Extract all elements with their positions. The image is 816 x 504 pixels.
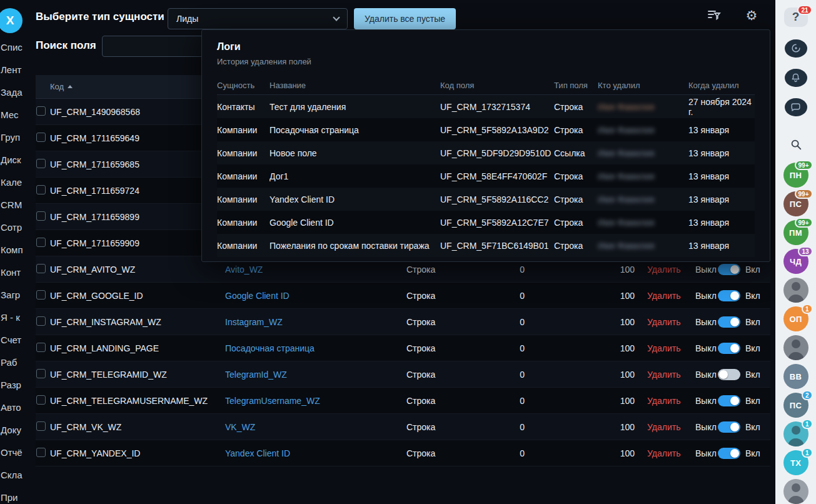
row-checkbox[interactable] (36, 264, 46, 273)
contact-item[interactable]: ВВ (783, 364, 808, 389)
contact-item[interactable]: ПС 2 (783, 393, 808, 418)
contact-item[interactable]: ПС 99+ (783, 191, 808, 216)
contact-search-button[interactable] (788, 138, 804, 151)
field-row: UF_CRM_TELEGRAMUSERNAME_WZ TelegramUsern… (36, 388, 770, 414)
contact-item[interactable]: ПН 99+ (783, 163, 808, 188)
row-checkbox[interactable] (36, 316, 46, 326)
sidebar-item[interactable]: Лент (0, 59, 29, 81)
field-code: UF_CRM_TELEGRAMID_WZ (50, 370, 225, 380)
field-row: UF_CRM_YANDEX_ID Yandex Client ID Строка… (36, 440, 770, 466)
field-enabled-toggle[interactable] (718, 421, 740, 433)
sidebar-item[interactable]: Отчё (0, 441, 29, 464)
field-enabled-toggle[interactable] (718, 264, 740, 275)
field-name-link[interactable]: TelegramId_WZ (225, 370, 287, 380)
contact-item[interactable]: ТХ 1 (783, 450, 808, 475)
toggle-on-label: Вкл (744, 265, 770, 275)
sidebar-item[interactable]: Зада (0, 81, 29, 104)
delete-field-link[interactable]: Удалить (636, 265, 680, 275)
row-checkbox[interactable] (36, 106, 46, 116)
sidebar-item[interactable]: Раб (0, 351, 29, 374)
delete-field-link[interactable]: Удалить (636, 448, 680, 458)
row-checkbox[interactable] (36, 369, 46, 378)
sidebar-item[interactable]: Спис (0, 36, 29, 59)
contact-item[interactable] (783, 479, 808, 504)
row-checkbox[interactable] (36, 395, 46, 405)
sidebar-item[interactable]: Разр (0, 374, 29, 396)
row-checkbox[interactable] (36, 133, 46, 142)
row-checkbox[interactable] (36, 290, 46, 300)
field-enabled-toggle[interactable] (718, 448, 740, 459)
sidebar-item[interactable]: Скла (0, 464, 29, 486)
log-row: Компании Дог1 UF_CRM_58E4FF470602F Строк… (217, 164, 755, 188)
delete-field-link[interactable]: Удалить (636, 291, 680, 301)
chat-button[interactable] (785, 98, 807, 116)
unread-badge: 1 (802, 419, 813, 429)
log-deleted-by: Имя Фамилия (598, 148, 688, 158)
sidebar-item[interactable]: Я - к (0, 306, 29, 329)
field-enabled-toggle[interactable] (718, 369, 740, 380)
app-logo[interactable]: X (0, 8, 23, 33)
field-name-link[interactable]: VK_WZ (225, 422, 255, 432)
sidebar-item[interactable]: Диск (0, 149, 29, 171)
unread-badge: 13 (798, 246, 812, 256)
sidebar-item[interactable]: Загр (0, 284, 29, 306)
row-checkbox[interactable] (36, 343, 46, 352)
field-name-link[interactable]: Yandex Client ID (225, 448, 290, 458)
sidebar-item[interactable]: Мес (0, 104, 29, 126)
sidebar-item[interactable]: При (0, 486, 29, 504)
toggle-on-label: Вкл (744, 396, 770, 406)
row-checkbox[interactable] (36, 448, 46, 457)
entity-type-select[interactable]: Лиды (168, 8, 348, 29)
sidebar-item[interactable]: Груп (0, 126, 29, 149)
contact-item[interactable]: 1 (783, 421, 808, 446)
row-checkbox[interactable] (36, 238, 46, 247)
field-name-link[interactable]: TelegramUsername_WZ (225, 396, 320, 406)
delete-field-link[interactable]: Удалить (636, 396, 680, 406)
copilot-button[interactable] (785, 39, 807, 58)
field-name-link[interactable]: Instagram_WZ (225, 317, 283, 327)
sidebar-item[interactable]: Конт (0, 261, 29, 284)
contact-item[interactable]: ПМ 99+ (783, 220, 808, 245)
field-limit: 100 (530, 448, 636, 458)
field-enabled-toggle[interactable] (718, 290, 740, 301)
logs-filter-icon[interactable] (706, 7, 722, 23)
field-enabled-toggle[interactable] (718, 316, 740, 328)
settings-gear-icon[interactable]: ⚙ (743, 7, 760, 23)
field-code: UF_CRM_VK_WZ (50, 422, 225, 432)
sidebar-item[interactable]: Сотр (0, 216, 29, 239)
notifications-button[interactable] (785, 69, 807, 87)
field-limit: 100 (530, 317, 636, 327)
field-enabled-toggle[interactable] (718, 395, 740, 406)
contact-item[interactable]: ОП 1 (783, 306, 808, 331)
sidebar-item[interactable]: Кале (0, 171, 29, 194)
contact-item[interactable] (783, 278, 808, 303)
unread-badge: 99+ (795, 218, 813, 228)
sidebar-item[interactable]: Счет (0, 329, 29, 351)
code-column-header[interactable]: Код (50, 82, 225, 91)
field-name-link[interactable]: Посадочная страница (225, 343, 315, 353)
sidebar-item[interactable]: Комп (0, 239, 29, 261)
field-limit: 100 (530, 422, 636, 432)
row-checkbox[interactable] (36, 211, 46, 221)
delete-field-link[interactable]: Удалить (636, 370, 680, 380)
delete-field-link[interactable]: Удалить (636, 343, 680, 353)
unread-badge: 2 (802, 390, 813, 400)
contact-item[interactable] (783, 335, 808, 360)
row-checkbox[interactable] (36, 185, 46, 194)
sidebar-item[interactable]: Авто (0, 396, 29, 419)
row-checkbox[interactable] (36, 159, 46, 168)
field-name-link[interactable]: Google Client ID (225, 291, 290, 301)
contact-item[interactable]: ЧД 13 (783, 249, 808, 274)
field-name-link[interactable]: Avito_WZ (225, 265, 263, 275)
help-button[interactable]: ? 21 (784, 8, 808, 27)
sidebar-item[interactable]: CRM (0, 194, 29, 216)
field-code: UF_CRM_INSTAGRAM_WZ (50, 317, 225, 327)
field-enabled-toggle[interactable] (718, 343, 740, 354)
sidebar-item[interactable]: Доку (0, 419, 29, 441)
avatar (783, 278, 808, 303)
page-title: Выберите тип сущности (36, 11, 164, 23)
delete-field-link[interactable]: Удалить (636, 422, 680, 432)
delete-field-link[interactable]: Удалить (636, 317, 680, 327)
delete-all-empty-button[interactable]: Удалить все пустые (354, 8, 456, 29)
row-checkbox[interactable] (36, 421, 46, 431)
